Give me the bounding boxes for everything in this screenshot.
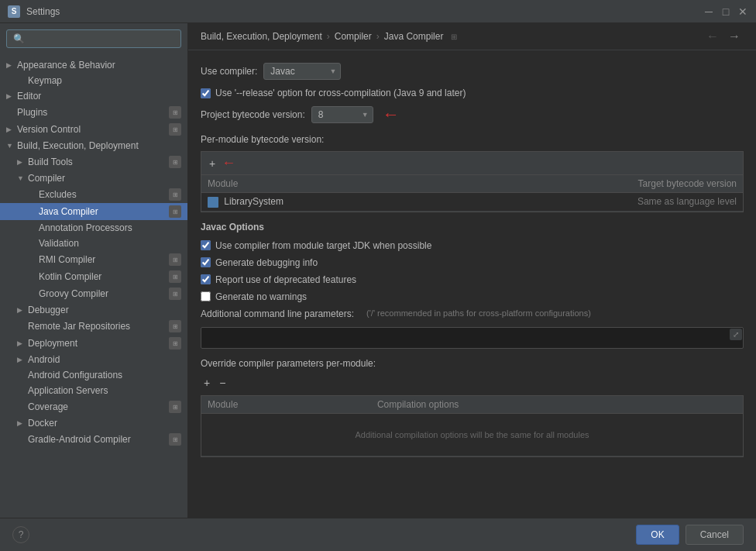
sidebar-item-version-control[interactable]: Version Control ⊞ — [0, 121, 187, 138]
cmd-params-label: Additional command line parameters: — [201, 308, 354, 319]
window-title: Settings — [26, 6, 703, 17]
minimize-button[interactable]: ─ — [703, 6, 714, 17]
excludes-extra-icon: ⊞ — [169, 188, 181, 201]
coverage-extra-icon: ⊞ — [169, 401, 181, 413]
use-compiler-select[interactable]: Javac Eclipse Ajc — [263, 63, 341, 80]
tree-arrow-deployment — [17, 339, 28, 347]
sidebar-item-build-tools[interactable]: Build Tools ⊞ — [0, 153, 187, 170]
cmd-params-expand-button[interactable]: ⤢ — [730, 329, 742, 340]
tree-arrow-vc — [6, 126, 17, 133]
sidebar-item-coverage[interactable]: Coverage ⊞ — [0, 398, 187, 415]
sidebar-item-deployment[interactable]: Deployment ⊞ — [0, 335, 187, 352]
breadcrumb-item-2: Compiler — [335, 31, 372, 42]
sidebar-item-remote-jar[interactable]: Remote Jar Repositories ⊞ — [0, 318, 187, 335]
override-remove-button[interactable]: − — [216, 375, 229, 391]
breadcrumb-item-1: Build, Execution, Deployment — [201, 31, 322, 42]
cancel-button[interactable]: Cancel — [686, 525, 744, 545]
javac-option-2-label[interactable]: Report use of deprecated features — [215, 274, 356, 285]
per-module-table: Module Target bytecode version LibrarySy… — [201, 175, 743, 212]
sidebar-item-compiler[interactable]: Compiler — [0, 170, 187, 186]
sidebar-item-annotation[interactable]: Annotation Processors — [0, 220, 187, 236]
bytecode-version-row: Project bytecode version: 8 91011 ▼ ← — [201, 105, 744, 125]
groovy-extra-icon: ⊞ — [169, 288, 181, 300]
release-option-label[interactable]: Use '--release' option for cross-compila… — [215, 88, 466, 98]
tree-arrow-debugger — [17, 306, 28, 314]
per-module-col-module: Module — [201, 175, 441, 193]
use-compiler-select-wrapper: Javac Eclipse Ajc ▼ — [263, 63, 341, 80]
sidebar-item-groovy[interactable]: Groovy Compiler ⊞ — [0, 285, 187, 302]
breadcrumb-nav: ← → — [703, 29, 744, 43]
sidebar-item-rmi[interactable]: RMI Compiler ⊞ — [0, 251, 187, 268]
per-module-add-button[interactable]: + — [206, 156, 218, 171]
ok-button[interactable]: OK — [636, 525, 679, 545]
use-compiler-label: Use compiler: — [201, 66, 257, 77]
override-label: Override compiler parameters per-module: — [201, 358, 744, 369]
content-area: Use compiler: Javac Eclipse Ajc ▼ Use '-… — [188, 50, 756, 518]
rmi-extra-icon: ⊞ — [169, 253, 181, 266]
vc-extra-icon: ⊞ — [169, 123, 181, 136]
close-button[interactable]: ✕ — [737, 6, 748, 17]
override-col-options: Compilation options — [371, 396, 743, 414]
sidebar-item-plugins[interactable]: Plugins ⊞ — [0, 104, 187, 121]
tree-arrow-editor — [6, 92, 17, 100]
release-option-row: Use '--release' option for cross-compila… — [201, 88, 744, 98]
bytecode-version-select-wrapper: 8 91011 ▼ — [311, 106, 373, 123]
tree-arrow-build — [6, 142, 17, 150]
release-option-checkbox[interactable] — [201, 88, 211, 98]
nav-back-button[interactable]: ← — [703, 29, 722, 43]
sidebar-item-excludes[interactable]: Excludes ⊞ — [0, 186, 187, 203]
settings-dialog: Appearance & Behavior Keymap Editor Plug… — [0, 23, 756, 551]
sidebar-item-editor[interactable]: Editor — [0, 88, 187, 104]
sidebar-item-app-servers[interactable]: Application Servers — [0, 383, 187, 398]
sidebar-item-java-compiler[interactable]: Java Compiler ⊞ — [0, 203, 187, 220]
breadcrumb-settings-icon: ⊞ — [451, 33, 457, 41]
javac-option-1-label[interactable]: Generate debugging info — [215, 257, 318, 268]
javac-option-1-checkbox[interactable] — [201, 257, 211, 267]
cmd-params-hint: ('/' recommended in paths for cross-plat… — [366, 308, 591, 318]
plugins-extra-icon: ⊞ — [169, 106, 181, 119]
sidebar-item-validation[interactable]: Validation — [0, 236, 187, 251]
help-button[interactable]: ? — [12, 526, 29, 543]
sidebar-item-kotlin[interactable]: Kotlin Compiler ⊞ — [0, 268, 187, 285]
app-icon: S — [8, 5, 20, 18]
cmd-params-input[interactable] — [201, 327, 744, 349]
sidebar-item-appearance[interactable]: Appearance & Behavior — [0, 57, 187, 73]
use-compiler-row: Use compiler: Javac Eclipse Ajc ▼ — [201, 63, 744, 80]
titlebar: S Settings ─ □ ✕ — [0, 0, 756, 23]
nav-forward-button[interactable]: → — [725, 29, 744, 43]
dialog-footer: ? OK Cancel — [0, 518, 756, 551]
sidebar-item-android-config[interactable]: Android Configurations — [0, 367, 187, 383]
override-section: Override compiler parameters per-module:… — [201, 358, 744, 457]
sidebar-item-android[interactable]: Android — [0, 352, 187, 367]
deployment-extra-icon: ⊞ — [169, 337, 181, 350]
tree-arrow-android — [17, 356, 28, 363]
javac-option-2-checkbox[interactable] — [201, 274, 211, 284]
build-tools-extra-icon: ⊞ — [169, 156, 181, 168]
maximize-button[interactable]: □ — [720, 6, 731, 17]
cmd-params-row: Additional command line parameters: ('/'… — [201, 308, 744, 319]
javac-option-0-checkbox[interactable] — [201, 240, 211, 250]
sidebar-tree: Appearance & Behavior Keymap Editor Plug… — [0, 54, 187, 518]
sidebar-item-build-execution[interactable]: Build, Execution, Deployment — [0, 138, 187, 153]
module-icon — [208, 197, 218, 208]
javac-option-0: Use compiler from module target JDK when… — [201, 240, 744, 251]
bytecode-version-select[interactable]: 8 91011 — [311, 106, 373, 123]
tree-arrow-docker — [17, 419, 28, 427]
override-col-module: Module — [201, 396, 371, 414]
sidebar-item-docker[interactable]: Docker — [0, 415, 187, 431]
search-input[interactable] — [6, 29, 181, 48]
main-content: Build, Execution, Deployment › Compiler … — [188, 23, 756, 518]
kotlin-extra-icon: ⊞ — [169, 270, 181, 283]
cmd-params-input-wrapper: ⤢ — [201, 327, 744, 349]
override-footer-hint: Additional compilation options will be t… — [349, 424, 595, 446]
override-table-container: Module Compilation options Additional co… — [201, 395, 744, 457]
sidebar-item-debugger[interactable]: Debugger — [0, 302, 187, 318]
breadcrumb-sep-2: › — [376, 31, 380, 42]
javac-option-0-label[interactable]: Use compiler from module target JDK when… — [215, 240, 431, 251]
override-add-button[interactable]: + — [201, 375, 213, 391]
sidebar-item-keymap[interactable]: Keymap — [0, 73, 187, 88]
javac-option-3-label[interactable]: Generate no warnings — [215, 291, 307, 302]
javac-option-3-checkbox[interactable] — [201, 291, 211, 301]
sidebar-item-gradle-android[interactable]: Gradle-Android Compiler ⊞ — [0, 431, 187, 448]
module-cell: LibrarySystem — [201, 193, 441, 212]
